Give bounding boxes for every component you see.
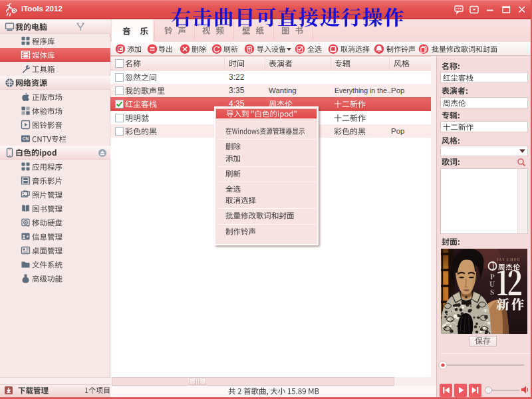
svg-text:CN: CN — [23, 136, 29, 141]
